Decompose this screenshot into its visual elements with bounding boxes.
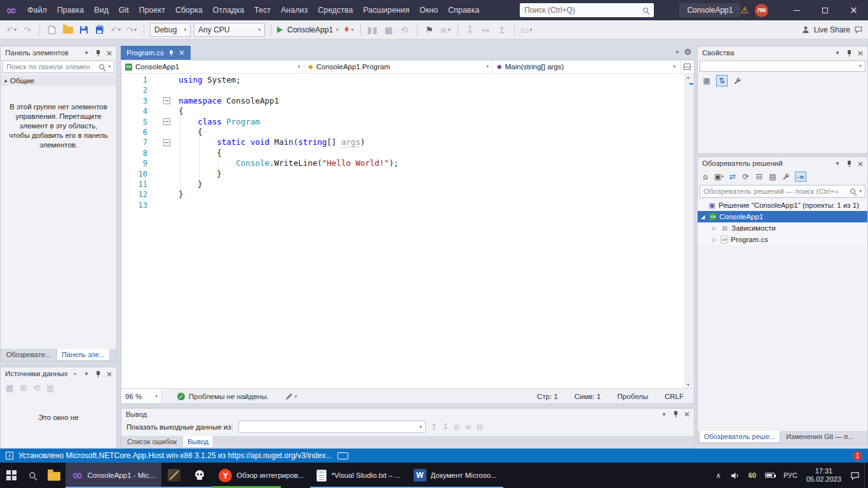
code-line[interactable]: 11 }	[121, 179, 684, 189]
keyboard-icon[interactable]	[337, 452, 348, 459]
menu-item[interactable]: Справка	[443, 0, 484, 20]
hot-reload-icon[interactable]: ▾	[342, 22, 355, 37]
language-indicator[interactable]: РУС	[779, 463, 802, 488]
previous-message-icon[interactable]: ↥	[431, 423, 437, 431]
status-spaces[interactable]: Пробелы	[617, 393, 648, 400]
editor-layout-icon[interactable]: ▭▾	[520, 22, 533, 37]
solution-explorer-search-input[interactable]: Обозреватель решений — поиск (Ctrl+» ▾	[700, 185, 865, 198]
menu-item[interactable]: Сборка	[170, 0, 208, 20]
edit-data-source-icon[interactable]: ▥	[46, 383, 54, 393]
close-icon[interactable]: ×	[856, 48, 865, 57]
tab-toolbox[interactable]: Панель эле...	[57, 349, 110, 361]
file-explorer-button[interactable]	[43, 463, 65, 488]
sync-with-active-document-icon[interactable]: ⇄	[728, 172, 737, 182]
step-over-icon[interactable]: ↦	[480, 22, 492, 37]
add-data-source-icon[interactable]: ▦	[6, 383, 13, 393]
save-icon[interactable]	[78, 22, 90, 37]
menu-item[interactable]: Средства	[313, 0, 358, 20]
fold-toggle-icon[interactable]: −	[163, 139, 170, 146]
clear-all-icon[interactable]: ⊘	[454, 423, 460, 431]
taskbar-app[interactable]	[187, 463, 212, 488]
output-header[interactable]: Вывод ▾ ×	[121, 409, 694, 419]
fps-counter[interactable]: 60	[744, 463, 761, 488]
start-button[interactable]	[0, 463, 23, 488]
menu-item[interactable]: Вид	[89, 0, 114, 20]
undo-icon[interactable]: ↶▾	[109, 22, 122, 37]
toolbox-search-input[interactable]: Поиск по панели элемен ▾	[3, 60, 114, 73]
toolbox-header[interactable]: Панель элементов ▾ ×	[1, 46, 116, 59]
pin-icon[interactable]	[844, 159, 853, 168]
tab-error-list[interactable]: Список ошибок	[123, 436, 181, 448]
menu-item[interactable]: Окно	[414, 0, 443, 20]
stop-icon[interactable]: ■	[383, 22, 395, 37]
window-menu-icon[interactable]: ▾	[82, 48, 91, 57]
code-line[interactable]: 13	[121, 200, 684, 210]
feedback-icon[interactable]	[854, 25, 863, 34]
zoom-dropdown[interactable]: 96 %▾	[121, 389, 162, 403]
tab-git-changes[interactable]: Изменения Git — п...	[782, 431, 858, 443]
pin-icon[interactable]	[93, 48, 102, 57]
close-icon[interactable]: ×	[105, 48, 114, 57]
warning-icon[interactable]: ⚠	[740, 5, 749, 15]
show-all-files-icon[interactable]: ▤	[768, 172, 777, 182]
type-dropdown[interactable]: ◆ ConsoleApp1.Program ▾	[304, 60, 493, 73]
code-line[interactable]: 2	[121, 85, 684, 95]
window-menu-icon[interactable]: ▾	[82, 369, 91, 378]
save-all-icon[interactable]	[93, 22, 106, 37]
close-icon[interactable]: ×	[682, 410, 691, 419]
new-file-icon[interactable]	[46, 22, 58, 37]
document-tab-program-cs[interactable]: Program.cs ×	[121, 46, 191, 60]
properties-wrench-icon[interactable]	[782, 172, 790, 182]
project-dropdown[interactable]: C# ConsoleApp1 ▾	[121, 60, 304, 73]
notification-badge[interactable]: 1	[853, 451, 862, 461]
code-line[interactable]: 9 Console.WriteLine("Hello World!");	[121, 158, 684, 168]
step-into-icon[interactable]: ↧	[464, 22, 477, 37]
close-button[interactable]: ×	[839, 0, 868, 20]
start-debug-button[interactable]: ConsoleApp1 ▾	[277, 22, 339, 37]
menu-item[interactable]: Файл	[22, 0, 52, 20]
pin-icon[interactable]	[844, 48, 853, 57]
taskbar-app[interactable]: WДокумент Microso...	[407, 463, 503, 488]
expander-icon[interactable]: ▷	[712, 237, 721, 243]
switch-views-icon[interactable]: ▣▾	[714, 172, 724, 182]
menu-item[interactable]: Расширения	[358, 0, 415, 20]
output-source-dropdown[interactable]: ▾	[238, 421, 426, 433]
action-center-icon[interactable]	[846, 463, 864, 488]
active-files-chevron-icon[interactable]: ▾	[675, 49, 679, 55]
tree-item[interactable]: ◢C#ConsoleApp1	[698, 211, 867, 222]
taskbar-app[interactable]: ∞ConsoleApp1 - Mic...	[65, 463, 161, 488]
pin-icon[interactable]	[93, 369, 102, 378]
settings-gear-icon[interactable]	[684, 48, 692, 56]
code-line[interactable]: 3−namespace ConsoleApp1	[121, 96, 684, 106]
restart-icon[interactable]: ⟲	[398, 22, 411, 37]
refresh-icon[interactable]: ⟳	[742, 172, 750, 182]
pause-icon[interactable]: ▮▮	[367, 22, 379, 37]
user-avatar[interactable]: ЛМ	[755, 4, 768, 17]
nav-forward-icon[interactable]: ↷	[21, 22, 34, 37]
code-line[interactable]: 7− static void Main(string[] args)	[121, 137, 684, 147]
properties-object-dropdown[interactable]: ▾	[700, 60, 865, 72]
menu-item[interactable]: Проект	[134, 0, 170, 20]
word-wrap-icon[interactable]: ≡	[465, 423, 471, 431]
menu-item[interactable]: Правка	[52, 0, 89, 20]
status-line[interactable]: Стр: 1	[537, 393, 558, 400]
close-icon[interactable]: ×	[179, 48, 185, 57]
show-desktop-button[interactable]	[864, 463, 868, 488]
code-line[interactable]: 12}	[121, 189, 684, 200]
maximize-button[interactable]	[811, 0, 839, 20]
platform-dropdown[interactable]: Any CPU▾	[194, 23, 265, 37]
tray-expand-icon[interactable]: ∧	[712, 463, 726, 488]
line-list-icon[interactable]: ≡▾	[439, 22, 452, 37]
next-message-icon[interactable]: ↧	[442, 423, 449, 431]
property-pages-icon[interactable]	[731, 75, 743, 86]
bookmark-icon[interactable]: ⚑	[423, 22, 436, 37]
solution-explorer-header[interactable]: Обозреватель решений ▾ ×	[698, 157, 867, 170]
code-line[interactable]: 4{	[121, 106, 684, 116]
menu-item[interactable]: Анализ	[276, 0, 313, 20]
configuration-dropdown[interactable]: Debug▾	[150, 23, 191, 37]
pin-icon[interactable]	[671, 410, 680, 419]
status-line-ending[interactable]: CRLF	[665, 393, 684, 400]
code-editor[interactable]: 1using System;23−namespace ConsoleApp14{…	[121, 74, 684, 388]
taskbar-search-button[interactable]	[23, 463, 43, 488]
step-out-icon[interactable]: ↥	[496, 22, 508, 37]
